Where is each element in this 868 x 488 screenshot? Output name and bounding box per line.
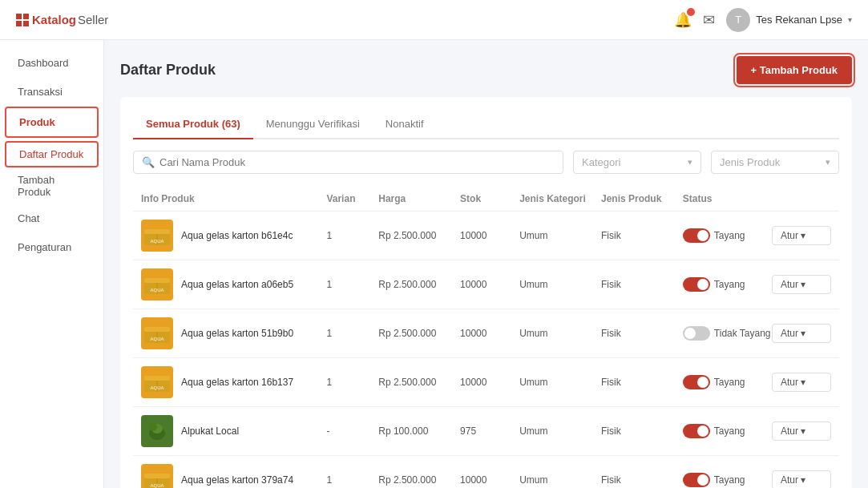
product-info: AQUA Aqua gelas karton 51b9b0 xyxy=(141,317,326,349)
product-info: AQUA Aqua gelas karton b61e4c xyxy=(141,220,326,252)
logo-icon xyxy=(16,14,29,26)
sidebar-item-pengaturan[interactable]: Pengaturan xyxy=(5,233,99,261)
col-info: Info Produk xyxy=(141,193,326,204)
user-name: Tes Rekanan Lpse xyxy=(756,14,842,26)
atur-button[interactable]: Atur ▾ xyxy=(772,373,831,392)
product-thumbnail: AQUA xyxy=(141,317,173,349)
atur-chevron-icon: ▾ xyxy=(801,328,805,339)
sidebar-sub-daftar-produk[interactable]: Daftar Produk xyxy=(5,141,99,167)
status-toggle[interactable] xyxy=(683,326,710,341)
product-stok: 10000 xyxy=(460,279,519,290)
product-name: Aqua gelas karton b61e4c xyxy=(181,230,293,241)
svg-rect-1 xyxy=(23,14,29,19)
table-row: AQUA Aqua gelas karton b61e4c 1 Rp 2.500… xyxy=(133,212,839,260)
sidebar-sub-tambah-produk[interactable]: Tambah Produk xyxy=(5,168,99,204)
notif-badge xyxy=(687,8,695,16)
status-toggle[interactable] xyxy=(683,375,710,389)
product-thumbnail xyxy=(141,415,173,447)
product-status: Tayang xyxy=(683,424,772,438)
category-select[interactable]: Kategori ▾ xyxy=(573,151,701,174)
product-stok: 10000 xyxy=(460,230,519,241)
product-kategori: Umum xyxy=(519,328,601,339)
product-varian: 1 xyxy=(326,279,378,290)
product-info: AQUA Aqua gelas karton a06eb5 xyxy=(141,268,326,300)
sidebar-item-chat[interactable]: Chat xyxy=(5,204,99,232)
logo-sub: Seller xyxy=(78,13,108,26)
product-harga: Rp 2.500.000 xyxy=(378,279,460,290)
atur-button[interactable]: Atur ▾ xyxy=(772,470,831,488)
status-label: Tayang xyxy=(714,279,745,290)
mail-icon[interactable]: ✉ xyxy=(703,11,715,29)
col-jenis: Jenis Produk xyxy=(601,193,683,204)
status-toggle[interactable] xyxy=(683,424,710,438)
product-status: Tidak Tayang xyxy=(683,326,772,341)
product-harga: Rp 2.500.000 xyxy=(378,328,460,339)
product-status: Tayang xyxy=(683,375,772,389)
product-type-select[interactable]: Jenis Produk ▾ xyxy=(711,151,839,174)
atur-button[interactable]: Atur ▾ xyxy=(772,275,831,294)
app-container: Katalog Seller 🔔 ✉ T Tes Rekanan Lpse ▾ … xyxy=(0,0,868,488)
atur-chevron-icon: ▾ xyxy=(801,377,805,388)
atur-button[interactable]: Atur ▾ xyxy=(772,324,831,343)
header-right: 🔔 ✉ T Tes Rekanan Lpse ▾ xyxy=(674,8,852,32)
toggle-thumb xyxy=(697,474,709,486)
atur-button[interactable]: Atur ▾ xyxy=(772,226,831,245)
tab-semua[interactable]: Semua Produk (63) xyxy=(133,110,253,139)
product-type-label: Jenis Produk xyxy=(720,156,780,168)
add-product-button[interactable]: + Tambah Produk xyxy=(737,56,852,84)
avatar: T xyxy=(726,8,750,32)
col-status: Status xyxy=(683,193,772,204)
product-type-arrow-icon: ▾ xyxy=(826,157,830,167)
tabs: Semua Produk (63) Menunggu Verifikasi No… xyxy=(133,110,839,139)
toggle-thumb xyxy=(684,328,696,339)
atur-button[interactable]: Atur ▾ xyxy=(772,421,831,441)
product-jenis: Fisik xyxy=(601,328,683,339)
notification-icon[interactable]: 🔔 xyxy=(674,11,692,29)
category-label: Kategori xyxy=(582,156,620,168)
product-thumbnail: AQUA xyxy=(141,220,173,252)
svg-rect-13 xyxy=(144,327,170,332)
status-label: Tidak Tayang xyxy=(714,328,771,339)
product-jenis: Fisik xyxy=(601,377,683,388)
atur-chevron-icon: ▾ xyxy=(801,474,805,486)
svg-point-22 xyxy=(149,423,157,431)
product-name: Aqua gelas karton 16b137 xyxy=(181,377,293,388)
table-body: AQUA Aqua gelas karton b61e4c 1 Rp 2.500… xyxy=(133,212,839,488)
product-status: Tayang xyxy=(683,228,772,243)
sidebar-item-transaksi[interactable]: Transaksi xyxy=(5,78,99,106)
product-status: Tayang xyxy=(683,277,772,292)
toggle-thumb xyxy=(697,230,709,241)
table-row: AQUA Aqua gelas karton 16b137 1 Rp 2.500… xyxy=(133,358,839,407)
svg-text:AQUA: AQUA xyxy=(150,288,164,292)
tab-menunggu[interactable]: Menunggu Verifikasi xyxy=(253,110,373,139)
svg-text:AQUA: AQUA xyxy=(150,385,164,390)
product-thumbnail: AQUA xyxy=(141,464,173,488)
product-varian: 1 xyxy=(326,474,378,486)
product-info: AQUA Aqua gelas karton 16b137 xyxy=(141,366,326,398)
tab-nonaktif[interactable]: Nonaktif xyxy=(373,110,437,139)
table-header: Info Produk Varian Harga Stok Jenis Kate… xyxy=(133,187,839,212)
svg-rect-17 xyxy=(144,376,170,381)
sidebar-item-produk[interactable]: Produk xyxy=(5,107,99,138)
table-row: Alpukat Local - Rp 100.000 975 Umum Fisi… xyxy=(133,407,839,456)
user-menu[interactable]: T Tes Rekanan Lpse ▾ xyxy=(726,8,852,32)
status-toggle[interactable] xyxy=(683,277,710,292)
search-input[interactable] xyxy=(159,156,555,168)
toggle-thumb xyxy=(697,279,709,290)
product-varian: - xyxy=(326,425,378,437)
status-toggle[interactable] xyxy=(683,228,710,243)
col-stok: Stok xyxy=(460,193,519,204)
col-kategori: Jenis Kategori xyxy=(519,193,601,204)
svg-rect-24 xyxy=(144,474,170,478)
sidebar-item-dashboard[interactable]: Dashboard xyxy=(5,49,99,77)
status-toggle[interactable] xyxy=(683,473,710,487)
atur-chevron-icon: ▾ xyxy=(801,279,805,290)
product-thumbnail: AQUA xyxy=(141,366,173,398)
product-thumbnail: AQUA xyxy=(141,268,173,300)
product-harga: Rp 2.500.000 xyxy=(378,230,460,241)
product-info: AQUA Aqua gelas karton 379a74 xyxy=(141,464,326,488)
toggle-thumb xyxy=(697,377,709,388)
main-content: Daftar Produk + Tambah Produk Semua Prod… xyxy=(104,40,868,488)
logo-brand: Katalog xyxy=(32,13,76,26)
search-box[interactable]: 🔍 xyxy=(133,151,563,174)
